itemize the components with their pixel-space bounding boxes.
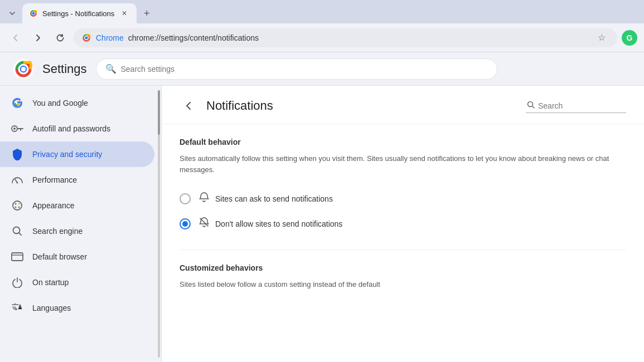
sidebar-item-default-browser-label: Default browser: [32, 252, 87, 261]
notifications-back-button[interactable]: [180, 97, 197, 115]
sidebar-item-search-engine-label: Search engine: [32, 227, 83, 236]
notifications-search-icon: [527, 101, 535, 110]
address-url: chrome://settings/content/notifications: [128, 33, 589, 42]
svg-point-12: [18, 203, 20, 205]
sidebar-item-autofill-label: Autofill and passwords: [32, 124, 110, 133]
svg-point-17: [528, 102, 533, 107]
search-settings-wrapper[interactable]: 🔍: [96, 58, 497, 80]
customized-behaviors-title: Customized behaviors: [180, 263, 626, 272]
tab-close-button[interactable]: ✕: [119, 8, 130, 19]
allow-radio-content: Sites can ask to send notifications: [198, 192, 333, 206]
content-body: Default behavior Sites automatically fol…: [162, 124, 644, 315]
google-g-icon: [11, 97, 23, 109]
settings-header: Settings 🔍: [0, 52, 644, 86]
power-icon: [11, 276, 23, 288]
sidebar-item-privacy[interactable]: Privacy and security: [0, 141, 154, 167]
back-button[interactable]: [7, 29, 25, 47]
sidebar-item-performance-label: Performance: [32, 175, 77, 184]
default-behavior-title: Default behavior: [180, 138, 626, 146]
sidebar-item-languages-label: Languages: [32, 304, 71, 312]
section-divider: [180, 250, 626, 250]
settings-chrome-logo: [13, 59, 33, 79]
settings-page-title: Settings: [42, 62, 87, 76]
svg-point-10: [13, 201, 22, 210]
notifications-search[interactable]: [526, 99, 626, 113]
tab-dropdown-button[interactable]: [4, 6, 20, 21]
svg-point-8: [13, 128, 16, 130]
sidebar-item-you-and-google-label: You and Google: [32, 99, 88, 107]
content-area: Notifications Default behavior Sites aut…: [162, 86, 644, 362]
chrome-favicon-address: [81, 33, 91, 43]
gauge-icon: [11, 174, 23, 186]
bell-slash-icon: [198, 217, 210, 231]
sidebar-scrollbar-track: [158, 90, 160, 358]
allow-notifications-option[interactable]: Sites can ask to send notifications: [180, 186, 626, 211]
svg-rect-16: [12, 253, 23, 261]
active-tab[interactable]: Settings - Notifications ✕: [22, 3, 137, 23]
forward-button[interactable]: [29, 29, 47, 47]
tab-favicon: [29, 9, 38, 18]
sidebar-item-on-startup-label: On startup: [32, 278, 69, 287]
sidebar-item-appearance[interactable]: Appearance: [0, 193, 154, 218]
sidebar-item-on-startup[interactable]: On startup: [0, 270, 154, 295]
bell-icon: [198, 192, 210, 206]
svg-point-6: [21, 67, 26, 71]
browser-icon: [11, 251, 23, 263]
bookmark-button[interactable]: ☆: [594, 30, 609, 46]
allow-notifications-label: Sites can ask to send notifications: [215, 194, 333, 203]
sidebar-item-performance[interactable]: Performance: [0, 167, 154, 193]
sidebar-item-you-and-google[interactable]: You and Google: [0, 90, 154, 116]
default-behavior-desc: Sites automatically follow this setting …: [180, 153, 626, 175]
reload-button[interactable]: [51, 29, 69, 47]
main-layout: You and Google Autofill and passwords: [0, 86, 644, 362]
notifications-search-input[interactable]: [538, 101, 622, 110]
shield-icon: [11, 148, 23, 160]
block-radio-content: Don't allow sites to send notifications: [198, 217, 342, 231]
tab-bar: Settings - Notifications ✕ +: [0, 0, 644, 23]
sidebar-item-autofill[interactable]: Autofill and passwords: [0, 116, 154, 141]
palette-icon: [11, 199, 23, 212]
content-header: Notifications: [162, 86, 644, 124]
search-settings-icon: 🔍: [105, 63, 117, 74]
block-radio-circle[interactable]: [180, 218, 191, 229]
svg-point-1: [32, 12, 35, 14]
customized-behaviors-desc: Sites listed below follow a custom setti…: [180, 279, 626, 290]
svg-point-3: [85, 36, 88, 40]
sidebar-item-search-engine[interactable]: Search engine: [0, 218, 154, 244]
address-bar-row: Chrome chrome://settings/content/notific…: [0, 23, 644, 52]
block-notifications-label: Don't allow sites to send notifications: [215, 219, 342, 228]
key-icon: [11, 123, 23, 135]
profile-button[interactable]: G: [622, 30, 637, 46]
search-settings-input[interactable]: [121, 65, 488, 74]
new-tab-button[interactable]: +: [139, 6, 154, 21]
svg-point-9: [17, 182, 18, 184]
translate-icon: [11, 302, 23, 314]
address-chrome-label: Chrome: [96, 33, 124, 42]
search-icon: [11, 225, 23, 237]
svg-point-14: [18, 207, 20, 208]
sidebar-item-appearance-label: Appearance: [32, 201, 75, 210]
tab-title: Settings - Notifications: [42, 9, 114, 18]
settings-container: Settings 🔍: [0, 52, 644, 362]
notifications-page-title: Notifications: [206, 99, 517, 113]
block-notifications-option[interactable]: Don't allow sites to send notifications: [180, 211, 626, 236]
sidebar-item-default-browser[interactable]: Default browser: [0, 244, 154, 270]
sidebar-scrollbar-thumb[interactable]: [158, 90, 160, 135]
allow-radio-circle[interactable]: [180, 193, 191, 204]
sidebar-item-privacy-label: Privacy and security: [32, 150, 102, 159]
sidebar: You and Google Autofill and passwords: [0, 86, 162, 362]
sidebar-item-languages[interactable]: Languages: [0, 295, 154, 321]
address-input[interactable]: Chrome chrome://settings/content/notific…: [74, 28, 617, 47]
svg-point-13: [15, 207, 17, 208]
svg-point-11: [15, 203, 17, 205]
